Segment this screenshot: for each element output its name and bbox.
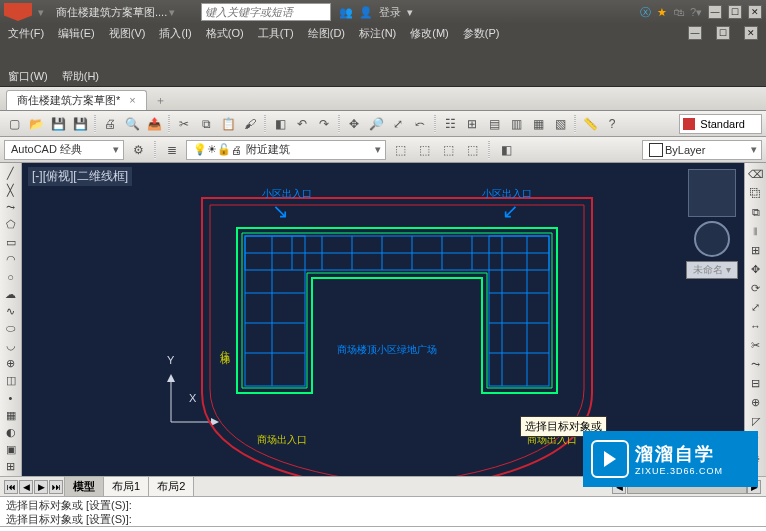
mdi-minimize-button[interactable]: — [688, 26, 702, 40]
undo-icon[interactable]: ↶ [292, 114, 312, 134]
zoom-icon[interactable]: 🔎 [366, 114, 386, 134]
menu-dimension[interactable]: 标注(N) [359, 26, 396, 41]
workspace-combo[interactable]: AutoCAD 经典 [4, 140, 124, 160]
markup-icon[interactable]: ▦ [528, 114, 548, 134]
join-icon[interactable]: ⊕ [747, 393, 765, 411]
help2-icon[interactable]: ? [602, 114, 622, 134]
publish-icon[interactable]: 📤 [144, 114, 164, 134]
point-icon[interactable]: • [2, 390, 20, 406]
view-cube[interactable] [688, 169, 736, 217]
matchprop-icon[interactable]: 🖌 [240, 114, 260, 134]
break-icon[interactable]: ⊟ [747, 374, 765, 392]
help-icon[interactable]: ?▾ [690, 6, 702, 19]
login-dropdown-icon[interactable]: ▾ [407, 6, 413, 19]
block-icon[interactable]: ◧ [270, 114, 290, 134]
line-icon[interactable]: ╱ [2, 165, 20, 181]
quickcalc-icon[interactable]: ▧ [550, 114, 570, 134]
menu-tools[interactable]: 工具(T) [258, 26, 294, 41]
open-icon[interactable]: 📂 [26, 114, 46, 134]
chamfer-icon[interactable]: ◸ [747, 412, 765, 430]
login-label[interactable]: 登录 [379, 5, 401, 20]
zoom-prev-icon[interactable]: ⤺ [410, 114, 430, 134]
trim-icon[interactable]: ✂ [747, 336, 765, 354]
saveas-icon[interactable]: 💾 [70, 114, 90, 134]
copy-obj-icon[interactable]: ⿻ [747, 184, 765, 202]
copy-icon[interactable]: ⧉ [196, 114, 216, 134]
ellipse-arc-icon[interactable]: ◡ [2, 338, 20, 354]
cart-icon[interactable]: 🛍 [673, 6, 684, 18]
tab-first-icon[interactable]: ⏮ [4, 480, 18, 494]
unnamed-view-button[interactable]: 未命名 ▾ [686, 261, 738, 279]
menu-parametric[interactable]: 参数(P) [463, 26, 500, 41]
favorite-star-icon[interactable]: ★ [657, 6, 667, 19]
mdi-close-button[interactable]: ✕ [744, 26, 758, 40]
gradient-icon[interactable]: ◐ [2, 424, 20, 440]
pan-icon[interactable]: ✥ [344, 114, 364, 134]
extend-icon[interactable]: ⤳ [747, 355, 765, 373]
erase-icon[interactable]: ⌫ [747, 165, 765, 183]
paste-icon[interactable]: 📋 [218, 114, 238, 134]
layer-tool-4-icon[interactable]: ⬚ [462, 140, 482, 160]
menu-draw[interactable]: 绘图(D) [308, 26, 345, 41]
offset-icon[interactable]: ⫴ [747, 222, 765, 240]
designcenter-icon[interactable]: ⊞ [462, 114, 482, 134]
scale-icon[interactable]: ⤢ [747, 298, 765, 316]
cut-icon[interactable]: ✂ [174, 114, 194, 134]
table-icon[interactable]: ⊞ [2, 459, 20, 475]
menu-edit[interactable]: 编辑(E) [58, 26, 95, 41]
arc-icon[interactable]: ◠ [2, 251, 20, 267]
nav-wheel[interactable] [694, 221, 730, 257]
color-combo[interactable]: ByLayer [642, 140, 762, 160]
xline-icon[interactable]: ╳ [2, 182, 20, 198]
menu-insert[interactable]: 插入(I) [159, 26, 191, 41]
viewport-label[interactable]: [-][俯视][二维线框] [28, 167, 132, 186]
layer-tool-2-icon[interactable]: ⬚ [414, 140, 434, 160]
hatch-icon[interactable]: ▦ [2, 407, 20, 423]
menu-modify[interactable]: 修改(M) [410, 26, 449, 41]
text-style-combo[interactable]: Standard [679, 114, 762, 134]
make-block-icon[interactable]: ◫ [2, 372, 20, 388]
stretch-icon[interactable]: ↔ [747, 317, 765, 335]
document-tab[interactable]: 商住楼建筑方案草图* × [6, 90, 147, 110]
maximize-button[interactable]: ☐ [728, 5, 742, 19]
insert-block-icon[interactable]: ⊕ [2, 355, 20, 371]
spline-icon[interactable]: ∿ [2, 303, 20, 319]
menu-window[interactable]: 窗口(W) [8, 69, 48, 84]
zoom-window-icon[interactable]: ⤢ [388, 114, 408, 134]
layer-combo[interactable]: 💡 ☀ 🔓 🖨 附近建筑 [186, 140, 386, 160]
properties-icon[interactable]: ☷ [440, 114, 460, 134]
title-dropdown-icon[interactable]: ▾ [169, 6, 179, 19]
exchange-x-icon[interactable]: ⓧ [640, 5, 651, 20]
close-button[interactable]: ✕ [748, 5, 762, 19]
drawing-canvas[interactable]: [-][俯视][二维线框] 未命名 ▾ Y X [22, 163, 744, 476]
tool-palettes-icon[interactable]: ▤ [484, 114, 504, 134]
menu-file[interactable]: 文件(F) [8, 26, 44, 41]
plot-icon[interactable]: 🖨 [100, 114, 120, 134]
layout1-tab[interactable]: 布局1 [103, 476, 149, 497]
save-icon[interactable]: 💾 [48, 114, 68, 134]
measure-icon[interactable]: 📏 [580, 114, 600, 134]
sheet-set-icon[interactable]: ▥ [506, 114, 526, 134]
menu-help[interactable]: 帮助(H) [62, 69, 99, 84]
tab-last-icon[interactable]: ⏭ [49, 480, 63, 494]
array-icon[interactable]: ⊞ [747, 241, 765, 259]
move-icon[interactable]: ✥ [747, 260, 765, 278]
menu-view[interactable]: 视图(V) [109, 26, 146, 41]
new-tab-plus-icon[interactable]: ＋ [149, 91, 172, 110]
mirror-icon[interactable]: ⧉ [747, 203, 765, 221]
minimize-button[interactable]: — [708, 5, 722, 19]
tab-prev-icon[interactable]: ◀ [19, 480, 33, 494]
redo-icon[interactable]: ↷ [314, 114, 334, 134]
preview-icon[interactable]: 🔍 [122, 114, 142, 134]
new-icon[interactable]: ▢ [4, 114, 24, 134]
rectangle-icon[interactable]: ▭ [2, 234, 20, 250]
search-people-icon[interactable]: 👥 [339, 6, 353, 19]
doc-tab-close-icon[interactable]: × [129, 94, 135, 106]
tab-next-icon[interactable]: ▶ [34, 480, 48, 494]
qat-dropdown-icon[interactable]: ▾ [38, 6, 48, 19]
region-icon[interactable]: ▣ [2, 442, 20, 458]
model-tab[interactable]: 模型 [64, 476, 104, 497]
layer-tool-3-icon[interactable]: ⬚ [438, 140, 458, 160]
layer-tool-1-icon[interactable]: ⬚ [390, 140, 410, 160]
menu-format[interactable]: 格式(O) [206, 26, 244, 41]
